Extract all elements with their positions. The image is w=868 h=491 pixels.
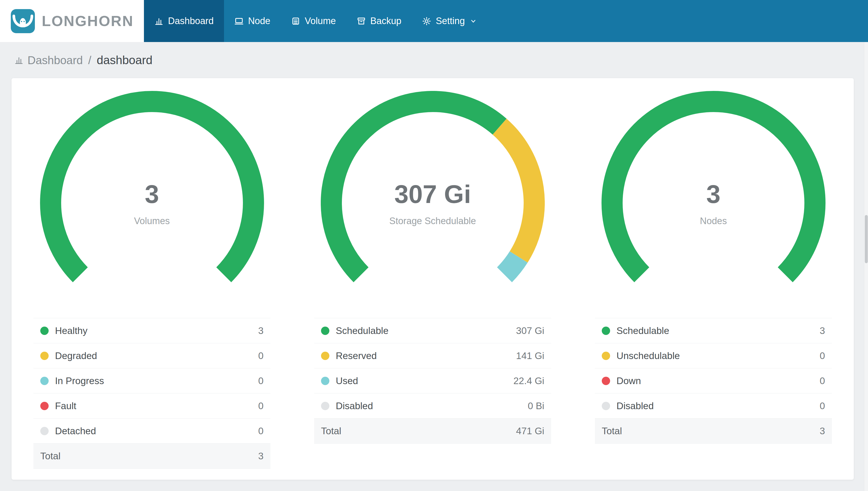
gauge-panel-storage: 307 Gi Storage Schedulable Schedulable 3… [292, 78, 573, 480]
legend-row-healthy: Healthy 3 [33, 318, 271, 343]
legend-label: Reserved [336, 350, 377, 361]
legend-label: Down [617, 375, 641, 386]
nav-item-label: Node [248, 16, 271, 26]
legend-label: Schedulable [617, 325, 669, 336]
legend-row-fault: Fault 0 [33, 394, 271, 418]
legend-value: 0 [819, 375, 825, 386]
legend-row-in-progress: In Progress 0 [33, 368, 271, 394]
legend-row-disabled: Disabled 0 [595, 394, 832, 418]
scrollbar-track[interactable] [864, 42, 868, 491]
legend-label: Disabled [617, 401, 654, 411]
nav-item-backup[interactable]: Backup [346, 0, 412, 42]
legend-color-dot [40, 402, 49, 410]
nodes-legend-table: Schedulable 3 Unschedulable 0 Down 0 Dis… [595, 318, 832, 443]
nav-item-node[interactable]: Node [224, 0, 281, 42]
nav-item-setting[interactable]: Setting [412, 0, 487, 42]
legend-value: 0 Bi [528, 401, 544, 411]
legend-color-dot [40, 427, 49, 435]
total-value: 3 [819, 426, 825, 436]
gauge-panel-nodes: 3 Nodes Schedulable 3 Unschedulable 0 D [573, 78, 854, 480]
chevron-down-icon [470, 18, 477, 25]
legend-row-reserved: Reserved 141 Gi [314, 343, 551, 368]
legend-color-dot [602, 402, 610, 410]
total-label: Total [321, 426, 341, 436]
volumes-gauge-chart: 3 Volumes [40, 91, 264, 315]
node-icon [234, 17, 244, 26]
total-label: Total [602, 426, 622, 436]
legend-total-row: Total 3 [595, 418, 832, 443]
nodes-gauge-arc [601, 91, 826, 315]
legend-label: In Progress [55, 375, 104, 386]
legend-color-dot [321, 402, 329, 410]
legend-label: Used [336, 375, 358, 386]
legend-row-down: Down 0 [595, 368, 832, 394]
legend-color-dot [602, 326, 610, 335]
legend-color-dot [40, 377, 49, 385]
longhorn-bull-icon [11, 9, 35, 33]
nav-item-label: Volume [305, 16, 336, 26]
legend-color-dot [602, 377, 610, 385]
legend-color-dot [40, 326, 49, 335]
nav-item-label: Setting [436, 16, 465, 26]
legend-row-unschedulable: Unschedulable 0 [595, 343, 832, 368]
legend-label: Disabled [336, 401, 373, 411]
legend-label: Fault [55, 401, 76, 411]
storage-gauge-arc [321, 91, 545, 315]
legend-value: 0 [819, 401, 825, 411]
gauge-panel-volumes: 3 Volumes Healthy 3 Degraded 0 In Progr [11, 78, 292, 480]
bar-chart-icon [14, 56, 24, 65]
volume-icon [291, 17, 300, 26]
brand-name: LONGHORN [42, 12, 134, 29]
volumes-legend-table: Healthy 3 Degraded 0 In Progress 0 Fault… [33, 318, 271, 469]
gear-icon [422, 17, 431, 26]
storage-gauge-chart: 307 Gi Storage Schedulable [321, 91, 545, 315]
total-label: Total [40, 451, 60, 462]
legend-total-row: Total 471 Gi [314, 418, 551, 443]
total-value: 3 [258, 451, 264, 462]
brand-logo[interactable]: LONGHORN [0, 0, 144, 42]
gauge-charts-row: 3 Volumes Healthy 3 Degraded 0 In Progr [11, 78, 854, 480]
storage-legend-table: Schedulable 307 Gi Reserved 141 Gi Used … [314, 318, 551, 443]
legend-value: 3 [258, 325, 264, 336]
legend-row-used: Used 22.4 Gi [314, 368, 551, 394]
nav-item-dashboard[interactable]: Dashboard [144, 0, 224, 42]
legend-label: Degraded [55, 350, 97, 361]
nav-item-label: Dashboard [168, 16, 214, 26]
legend-row-schedulable: Schedulable 3 [595, 318, 832, 343]
legend-value: 141 Gi [516, 350, 544, 361]
top-navbar: LONGHORN Dashboard Node Volume Backup [0, 0, 868, 42]
breadcrumb-separator: / [88, 54, 91, 67]
nav-item-volume[interactable]: Volume [281, 0, 346, 42]
dashboard-card: 3 Volumes Healthy 3 Degraded 0 In Progr [11, 78, 854, 480]
legend-label: Schedulable [336, 325, 389, 336]
legend-color-dot [321, 352, 329, 360]
scrollbar-thumb[interactable] [865, 215, 868, 263]
legend-value: 22.4 Gi [513, 375, 544, 386]
breadcrumb-section[interactable]: Dashboard [28, 54, 83, 67]
legend-row-degraded: Degraded 0 [33, 343, 271, 368]
legend-value: 0 [258, 426, 264, 436]
legend-row-schedulable: Schedulable 307 Gi [314, 318, 551, 343]
nodes-gauge-chart: 3 Nodes [601, 91, 826, 315]
legend-color-dot [321, 377, 329, 385]
legend-total-row: Total 3 [33, 443, 271, 469]
total-value: 471 Gi [516, 426, 544, 436]
legend-value: 0 [819, 350, 825, 361]
legend-row-detached: Detached 0 [33, 418, 271, 443]
legend-row-disabled: Disabled 0 Bi [314, 394, 551, 418]
legend-value: 0 [258, 350, 264, 361]
breadcrumb-current-page: dashboard [97, 53, 153, 67]
bar-chart-icon [154, 17, 163, 26]
backup-icon [356, 17, 366, 26]
legend-label: Detached [55, 426, 96, 436]
legend-label: Unschedulable [617, 350, 680, 361]
main-nav: Dashboard Node Volume Backup Settin [144, 0, 487, 42]
breadcrumb: Dashboard / dashboard [0, 42, 868, 78]
volumes-gauge-arc [40, 91, 264, 315]
nav-item-label: Backup [370, 16, 402, 26]
legend-label: Healthy [55, 325, 87, 336]
legend-value: 3 [819, 325, 825, 336]
legend-value: 307 Gi [516, 325, 544, 336]
legend-color-dot [602, 352, 610, 360]
legend-color-dot [40, 352, 49, 360]
